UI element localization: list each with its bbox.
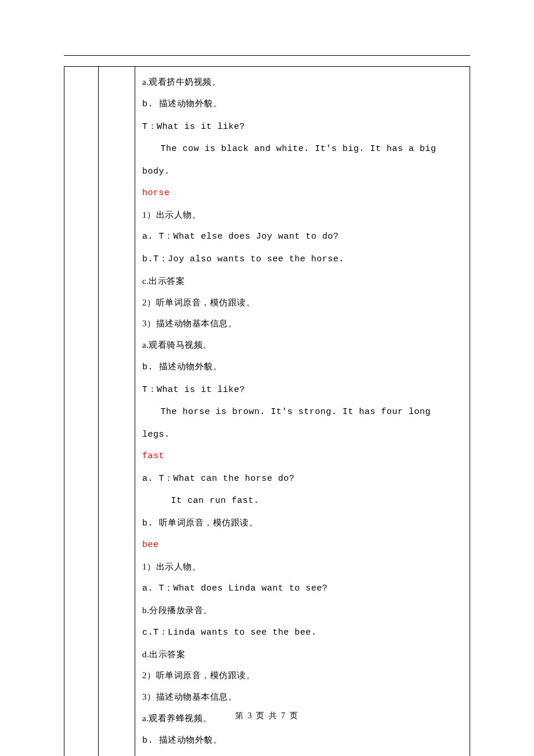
text: b. 描述动物外貌。	[142, 362, 222, 372]
table-row: a.观看挤牛奶视频。 b. 描述动物外貌。 T：What is it like?…	[64, 67, 470, 757]
line: a.观看挤牛奶视频。	[142, 71, 464, 93]
line: c.T：Linda wants to see the bee.	[142, 621, 464, 644]
content-table: a.观看挤牛奶视频。 b. 描述动物外貌。 T：What is it like?…	[64, 66, 470, 756]
line: d.出示答案	[142, 644, 464, 665]
line: 1）出示人物。	[142, 556, 464, 578]
line: The horse is brown. It's strong. It has …	[142, 401, 464, 446]
line: The cow is black and white. It's big. It…	[142, 138, 464, 183]
keyword-fast: fast	[142, 446, 464, 467]
document-page: a.观看挤牛奶视频。 b. 描述动物外貌。 T：What is it like?…	[0, 0, 534, 756]
line: 1）出示人物。	[142, 204, 464, 226]
col-1-blank	[64, 67, 99, 757]
line: a.观看骑马视频。	[142, 334, 464, 356]
text: b. 描述动物外貌。	[142, 99, 222, 109]
text: It can run fast.	[171, 496, 259, 506]
keyword-horse: horse	[142, 183, 464, 204]
text: a. T：What else does Joy want to do?	[142, 232, 339, 242]
line: T：What is it like?	[142, 379, 464, 401]
line: a. T：What else does Joy want to do?	[142, 225, 464, 248]
text: b. 听单词原音，模仿跟读。	[142, 519, 258, 528]
line: 3）描述动物基本信息。	[142, 686, 464, 708]
text: a. T：What can the horse do?	[142, 474, 295, 484]
col-2-blank	[99, 67, 135, 757]
text: The horse is brown. It's strong. It has …	[142, 407, 431, 440]
line: b.T：Joy also wants to see the horse.	[142, 248, 464, 271]
lesson-content-cell: a.观看挤牛奶视频。 b. 描述动物外貌。 T：What is it like?…	[135, 67, 470, 757]
line: b. 描述动物外貌。	[142, 93, 464, 116]
text: b.T：Joy also wants to see the horse.	[142, 254, 344, 264]
text: T：What is it like?	[142, 122, 245, 132]
line: b. 听单词原音，模仿跟读。	[142, 512, 464, 535]
line: 3）描述动物基本信息。	[142, 313, 464, 334]
text: b. 描述动物外貌。	[142, 736, 222, 746]
text: c.T：Linda wants to see the bee.	[142, 628, 317, 638]
line: T：What is it like?	[142, 116, 464, 138]
text: The cow is black and white. It's big. It…	[142, 144, 436, 177]
page-footer: 第 3 页 共 7 页	[0, 711, 534, 721]
text: a. T：What does Linda want to see?	[142, 584, 328, 593]
header-rule	[64, 55, 470, 56]
line: 2）听单词原音，模仿跟读。	[142, 665, 464, 686]
line: c.出示答案	[142, 271, 464, 292]
text: T：What is it like?	[142, 385, 245, 395]
line: 2）听单词原音，模仿跟读。	[142, 292, 464, 314]
line: b. 描述动物外貌。	[142, 729, 464, 752]
line: It can run fast.	[142, 489, 464, 512]
line: b.分段播放录音。	[142, 600, 464, 621]
keyword-bee: bee	[142, 535, 464, 556]
line: a. T：What does Linda want to see?	[142, 577, 464, 600]
line: a. T：What can the horse do?	[142, 467, 464, 490]
line: b. 描述动物外貌。	[142, 356, 464, 379]
